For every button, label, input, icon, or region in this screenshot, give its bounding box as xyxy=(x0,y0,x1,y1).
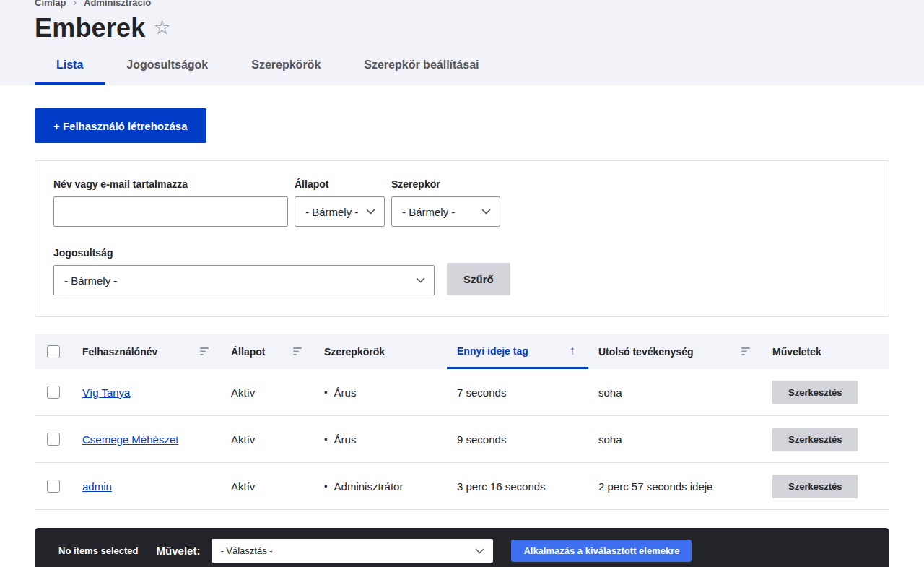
breadcrumb: Címlap › Adminisztráció xyxy=(35,0,889,8)
status-filter-value: - Bármely - xyxy=(305,206,358,218)
user-link[interactable]: admin xyxy=(82,480,112,493)
page-title-text: Emberek xyxy=(35,13,146,43)
bulk-action-label: Művelet: xyxy=(157,545,201,557)
name-filter-input[interactable] xyxy=(53,196,288,227)
table-row: Víg Tanya Aktív Árus 7 seconds soha Szer… xyxy=(35,369,889,416)
role-filter-select[interactable]: - Bármely - xyxy=(391,196,500,227)
role-filter-value: - Bármely - xyxy=(402,206,455,218)
select-all-checkbox[interactable] xyxy=(47,345,60,358)
last-access-value: soha xyxy=(598,386,622,399)
tab-szerepkor-beallitasai[interactable]: Szerepkör beállításai xyxy=(342,50,500,85)
primary-tabs: Lista Jogosultságok Szerepkörök Szerepkö… xyxy=(35,50,500,85)
name-filter-label: Név vagy e-mail tartalmazza xyxy=(53,178,288,190)
tab-szerepkorok[interactable]: Szerepkörök xyxy=(230,50,342,85)
breadcrumb-item-current: Adminisztráció xyxy=(84,0,151,8)
column-header-last-access[interactable]: Utolsó tevékenység xyxy=(588,334,762,369)
last-access-value: 2 perc 57 seconds ideje xyxy=(598,480,712,493)
edit-button[interactable]: Szerkesztés xyxy=(772,475,858,498)
row-checkbox[interactable] xyxy=(47,480,60,493)
permission-filter-label: Jogosultság xyxy=(53,247,435,259)
status-filter-select[interactable]: - Bármely - xyxy=(295,196,385,227)
column-header-operations: Műveletek xyxy=(762,334,889,369)
edit-button[interactable]: Szerkesztés xyxy=(772,428,858,451)
bulk-action-select[interactable]: - Választás - xyxy=(212,539,493,563)
sort-lines-icon xyxy=(741,346,751,358)
chevron-down-icon xyxy=(481,209,491,215)
role-filter-label: Szerepkör xyxy=(391,178,500,190)
user-status: Aktív xyxy=(231,386,255,399)
page-title: Emberek ☆ xyxy=(35,13,889,43)
member-for-value: 3 perc 16 seconds xyxy=(457,480,546,493)
column-header-member-for[interactable]: Ennyi ideje tag ↑ xyxy=(447,334,588,369)
tab-jogosultsagok[interactable]: Jogosultságok xyxy=(105,50,230,85)
last-access-value: soha xyxy=(598,433,622,446)
tab-lista[interactable]: Lista xyxy=(35,50,105,85)
user-role: Adminisztrátor xyxy=(324,480,437,493)
table-row: Csemege Méhészet Aktív Árus 9 seconds so… xyxy=(35,416,889,463)
sort-ascending-arrow-icon: ↑ xyxy=(570,344,576,358)
name-filter-field: Név vagy e-mail tartalmazza xyxy=(53,178,288,227)
apply-to-selected-button[interactable]: Alkalmazás a kiválasztott elemekre xyxy=(511,540,692,562)
status-filter-label: Állapot xyxy=(295,178,385,190)
column-header-status[interactable]: Állapot xyxy=(221,334,314,369)
breadcrumb-link-home[interactable]: Címlap xyxy=(35,0,66,8)
row-checkbox[interactable] xyxy=(47,386,60,399)
chevron-down-icon xyxy=(475,548,484,554)
role-filter-field: Szerepkör - Bármely - xyxy=(391,178,500,227)
create-user-button[interactable]: + Felhasználó létrehozása xyxy=(35,108,206,143)
member-for-value: 9 seconds xyxy=(457,433,506,446)
selection-status: No items selected xyxy=(58,545,139,556)
filter-submit-button[interactable]: Szűrő xyxy=(447,263,510,295)
permission-filter-select[interactable]: - Bármely - xyxy=(53,265,435,295)
column-header-username[interactable]: Felhasználónév xyxy=(72,334,221,369)
bulk-actions-bar: No items selected Művelet: - Választás -… xyxy=(35,528,889,567)
user-status: Aktív xyxy=(231,433,255,446)
sort-lines-icon xyxy=(293,346,302,358)
favorite-star-icon[interactable]: ☆ xyxy=(154,16,171,39)
chevron-down-icon xyxy=(416,277,425,283)
user-role: Árus xyxy=(324,386,437,399)
chevron-down-icon xyxy=(366,209,375,215)
breadcrumb-separator-icon: › xyxy=(73,0,77,8)
row-checkbox[interactable] xyxy=(47,433,60,446)
table-header-row: Felhasználónév Állapot Szer xyxy=(35,334,889,369)
user-link[interactable]: Csemege Méhészet xyxy=(82,433,178,446)
permission-filter-value: - Bármely - xyxy=(64,274,117,287)
user-role: Árus xyxy=(324,433,437,446)
column-header-roles: Szerepkörök xyxy=(314,334,447,369)
permission-filter-field: Jogosultság - Bármely - xyxy=(53,247,435,295)
page-header: Címlap › Adminisztráció Emberek ☆ Lista … xyxy=(0,0,924,85)
user-status: Aktív xyxy=(231,480,255,493)
users-table: Felhasználónév Állapot Szer xyxy=(35,334,889,510)
edit-button[interactable]: Szerkesztés xyxy=(772,381,858,404)
user-link[interactable]: Víg Tanya xyxy=(82,386,130,399)
status-filter-field: Állapot - Bármely - xyxy=(295,178,385,227)
filter-panel: Név vagy e-mail tartalmazza Állapot - Bá… xyxy=(35,160,889,317)
bulk-action-value: - Választás - xyxy=(220,545,272,556)
table-row: admin Aktív Adminisztrátor 3 perc 16 sec… xyxy=(35,463,889,510)
member-for-value: 7 seconds xyxy=(457,386,506,399)
main-content: + Felhasználó létrehozása Név vagy e-mai… xyxy=(0,85,924,567)
sort-lines-icon xyxy=(200,346,209,358)
